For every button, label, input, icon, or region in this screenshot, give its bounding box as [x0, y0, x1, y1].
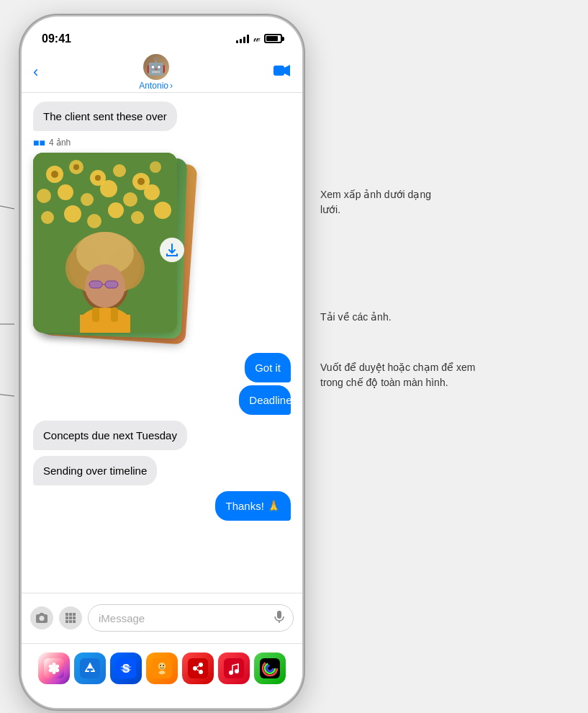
phone-notch	[115, 17, 209, 41]
status-time: 09:41	[42, 32, 71, 45]
message-sent-gotit: Got it	[245, 353, 291, 382]
svg-point-17	[87, 214, 101, 228]
svg-rect-38	[277, 611, 281, 619]
svg-point-15	[41, 211, 54, 224]
camera-button[interactable]	[30, 606, 53, 629]
photo-card-front[interactable]	[33, 153, 177, 333]
dock-photos-app[interactable]	[38, 653, 70, 684]
contact-name: Antonio›	[139, 81, 173, 91]
grid-icon: ■■	[33, 137, 45, 148]
svg-point-14	[144, 184, 160, 200]
svg-point-18	[108, 202, 124, 218]
svg-line-68	[0, 162, 14, 209]
annotation-swipe-tap: Vuốt để duyệt hoặc chạm để xem trong chế…	[320, 360, 479, 390]
dock-appstore-app[interactable]	[74, 653, 106, 684]
svg-point-16	[64, 205, 81, 223]
svg-rect-55	[188, 658, 208, 678]
dock-fitness-app[interactable]	[254, 653, 286, 684]
svg-rect-0	[273, 66, 284, 76]
svg-line-70	[0, 375, 14, 396]
svg-point-22	[73, 164, 79, 170]
bubble: Got it	[245, 353, 291, 382]
avatar: 🤖	[143, 54, 169, 80]
svg-point-62	[229, 671, 233, 675]
photo-image	[33, 153, 177, 333]
video-call-button[interactable]	[273, 64, 291, 81]
back-button[interactable]: ‹	[33, 63, 38, 81]
battery-icon	[264, 34, 282, 43]
svg-point-63	[235, 669, 239, 673]
svg-point-8	[150, 161, 161, 173]
svg-point-56	[193, 666, 197, 671]
svg-point-20	[154, 202, 171, 219]
svg-point-57	[199, 663, 203, 667]
dock-music-app[interactable]	[218, 653, 250, 684]
message-received-2: Concepts due next Tuesday	[33, 421, 187, 450]
message-text: Concepts due next Tuesday	[43, 429, 177, 441]
svg-rect-32	[105, 281, 118, 288]
message-sent-thanks: Thanks! 🙏	[215, 491, 291, 521]
svg-point-54	[163, 665, 164, 666]
microphone-icon[interactable]	[274, 611, 284, 626]
input-bar: iMessage	[22, 593, 302, 643]
bubble: Deadline?	[239, 385, 291, 415]
dock-social-app[interactable]	[182, 653, 214, 684]
svg-point-47	[53, 667, 56, 671]
photo-count-label: ■■ 4 ảnh	[33, 137, 220, 148]
svg-rect-31	[89, 281, 102, 288]
dock-shazam-app[interactable]: S	[110, 653, 142, 684]
message-text: Sending over timeline	[43, 465, 147, 477]
photo-stack[interactable]	[33, 153, 191, 347]
save-photos-button[interactable]	[160, 238, 184, 262]
message-text: The client sent these over	[43, 110, 167, 122]
svg-rect-35	[80, 315, 130, 333]
message-received-1: The client sent these over	[33, 102, 177, 131]
bubble: Sending over timeline	[33, 456, 157, 485]
message-sent-deadline: Deadline?	[239, 385, 291, 415]
input-placeholder: iMessage	[99, 612, 145, 624]
bubble: The client sent these over	[33, 102, 177, 131]
wifi-icon: 𝓌	[253, 32, 260, 45]
bubble: Concepts due next Tuesday	[33, 421, 187, 450]
svg-point-10	[58, 184, 73, 200]
message-received-3: Sending over timeline	[33, 456, 157, 485]
messages-area: The client sent these over ■■ 4 ảnh	[22, 93, 302, 593]
annotations-panel: Xem xấp ảnh dưới dạng lưới. Tải về các ả…	[320, 0, 579, 691]
svg-point-19	[131, 211, 144, 224]
svg-point-58	[199, 670, 203, 674]
svg-point-9	[37, 189, 51, 203]
message-input-field[interactable]: iMessage	[88, 604, 294, 632]
svg-point-23	[95, 175, 101, 181]
svg-point-53	[160, 665, 161, 666]
message-text: Thanks! 🙏	[225, 500, 281, 512]
svg-point-13	[123, 192, 137, 207]
svg-point-21	[51, 171, 58, 178]
svg-rect-61	[224, 658, 244, 678]
svg-point-24	[137, 178, 145, 185]
svg-rect-37	[111, 308, 118, 322]
message-photo-stack[interactable]: ■■ 4 ảnh	[33, 137, 220, 347]
nav-bar: ‹ 🤖 Antonio›	[22, 53, 302, 93]
svg-line-60	[197, 670, 199, 671]
signal-icon	[236, 35, 249, 43]
svg-point-52	[158, 663, 166, 670]
bubble: Thanks! 🙏	[215, 491, 291, 521]
svg-rect-36	[92, 308, 99, 322]
svg-point-12	[100, 180, 117, 197]
status-icons: 𝓌	[236, 32, 282, 45]
svg-point-11	[81, 193, 94, 206]
app-dock: S	[22, 643, 302, 708]
message-text: Got it	[255, 362, 281, 374]
message-text: Deadline?	[249, 394, 298, 406]
phone-frame: 09:41 𝓌 ‹ 🤖 Antonio›	[22, 17, 302, 708]
apps-button[interactable]	[59, 606, 82, 629]
annotation-download: Tải về các ảnh.	[320, 310, 450, 325]
contact-info[interactable]: 🤖 Antonio›	[139, 54, 173, 91]
annotation-grid-view: Xem xấp ảnh dưới dạng lưới.	[320, 187, 450, 218]
svg-marker-1	[284, 65, 290, 76]
sent-message-group: Got it Deadline?	[222, 353, 291, 415]
svg-line-59	[197, 666, 199, 667]
dock-memoji-app[interactable]	[146, 653, 178, 684]
svg-point-6	[113, 164, 126, 177]
